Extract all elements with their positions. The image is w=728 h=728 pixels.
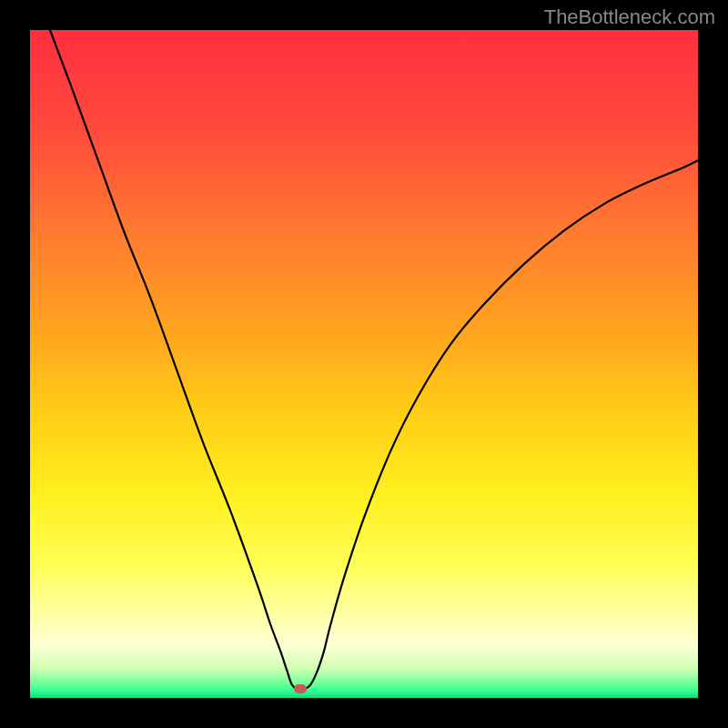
chart-svg [30,30,698,698]
bottleneck-curve [50,30,698,690]
plot-area [30,30,698,698]
outer-frame: TheBottleneck.com [0,0,728,728]
watermark-text: TheBottleneck.com [544,5,715,29]
optimal-point-marker [294,684,307,693]
